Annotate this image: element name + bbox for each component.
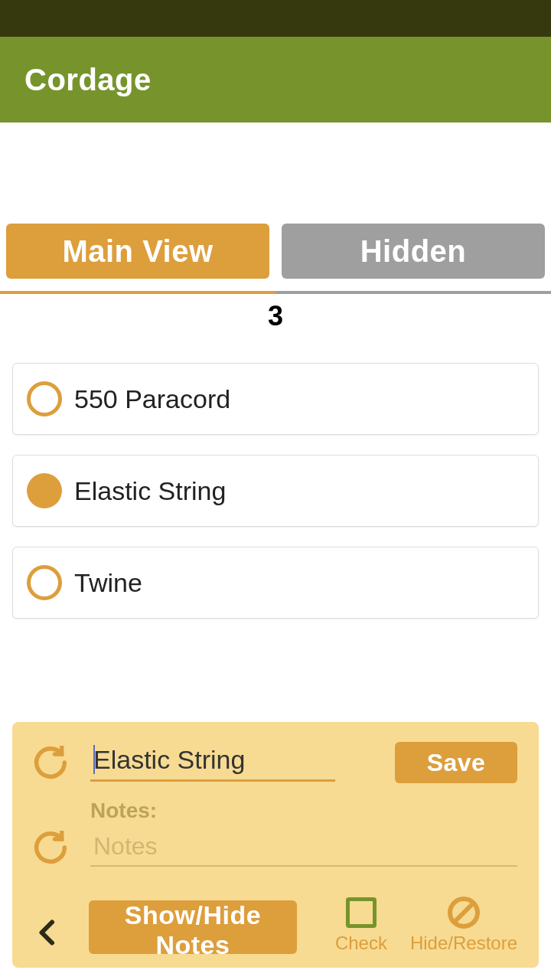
tab-main-view[interactable]: Main View [6, 224, 269, 279]
app-header: Cordage [0, 37, 551, 122]
radio-icon [27, 473, 62, 508]
back-icon[interactable] [34, 919, 61, 946]
tab-bar: Main View Hidden [0, 224, 551, 279]
refresh-title-icon[interactable] [34, 746, 67, 779]
title-input[interactable] [90, 743, 335, 782]
radio-icon [27, 565, 62, 600]
item-label: 550 Paracord [74, 384, 230, 414]
edit-panel: Save Notes: Show/Hide Notes Check [12, 722, 539, 968]
notes-input[interactable] [90, 828, 517, 867]
check-label: Check [335, 933, 387, 954]
check-action[interactable]: Check [335, 894, 387, 954]
svg-line-1 [453, 902, 474, 923]
item-list: 550 Paracord Elastic String Twine [0, 363, 551, 619]
list-item[interactable]: Twine [12, 547, 539, 619]
status-bar [0, 0, 551, 37]
tab-hidden[interactable]: Hidden [282, 224, 545, 279]
item-label: Twine [74, 568, 142, 598]
checkbox-icon [346, 897, 377, 928]
notes-heading: Notes: [90, 799, 517, 823]
radio-icon [27, 381, 62, 416]
hide-restore-action[interactable]: Hide/Restore [410, 894, 517, 954]
item-count: 3 [0, 300, 551, 332]
item-label: Elastic String [74, 476, 226, 506]
show-hide-notes-button[interactable]: Show/Hide Notes [89, 900, 297, 954]
list-item[interactable]: 550 Paracord [12, 363, 539, 435]
refresh-notes-icon[interactable] [34, 831, 67, 864]
list-item[interactable]: Elastic String [12, 455, 539, 527]
page-title: Cordage [24, 63, 152, 97]
hide-restore-label: Hide/Restore [410, 933, 517, 954]
hide-restore-icon [445, 894, 482, 931]
content-area: Main View Hidden 3 550 Paracord Elastic … [0, 224, 551, 619]
save-button[interactable]: Save [395, 742, 517, 783]
tab-underline [0, 291, 551, 294]
